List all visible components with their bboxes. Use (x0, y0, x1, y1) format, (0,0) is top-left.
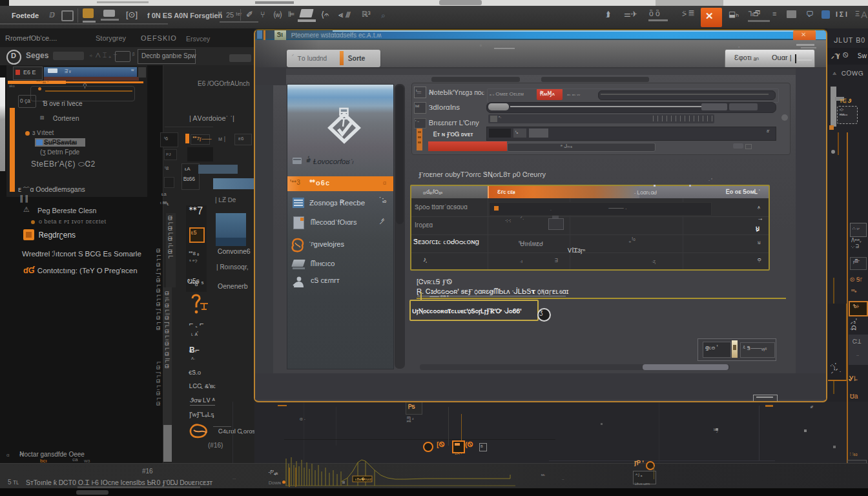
svg-text:ᴌ8ᴚ�ruıȥ: ᴌ8ᴚ�ruıȥ (355, 477, 371, 481)
